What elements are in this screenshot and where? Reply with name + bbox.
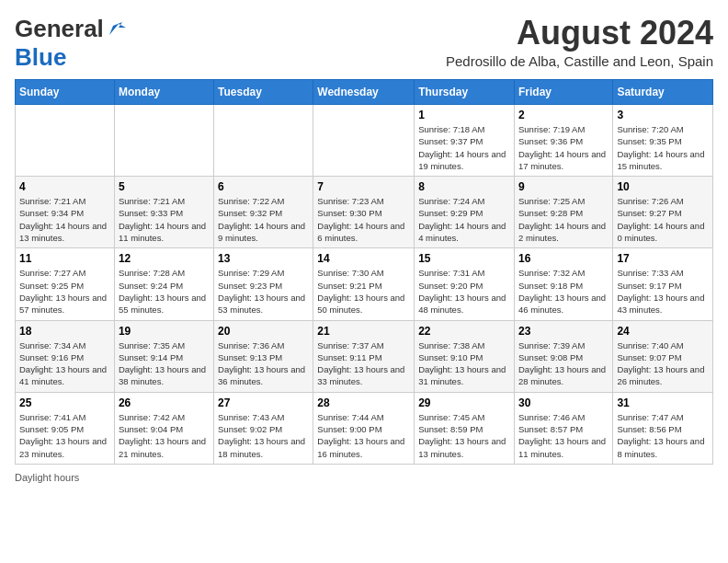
day-number: 16 (518, 252, 609, 265)
day-number: 4 (19, 180, 110, 193)
calendar-cell: 28Sunrise: 7:44 AM Sunset: 9:00 PM Dayli… (313, 392, 415, 464)
day-number: 21 (317, 325, 410, 338)
calendar-week-row: 25Sunrise: 7:41 AM Sunset: 9:05 PM Dayli… (16, 392, 713, 464)
day-info: Sunrise: 7:25 AM Sunset: 9:28 PM Dayligh… (518, 195, 609, 244)
calendar-cell: 27Sunrise: 7:43 AM Sunset: 9:02 PM Dayli… (214, 392, 313, 464)
logo-general-text: General (15, 15, 104, 43)
day-number: 6 (218, 180, 309, 193)
calendar-cell: 15Sunrise: 7:31 AM Sunset: 9:20 PM Dayli… (415, 248, 515, 320)
calendar-cell: 6Sunrise: 7:22 AM Sunset: 9:32 PM Daylig… (214, 177, 313, 248)
day-number: 10 (617, 180, 709, 193)
calendar-week-row: 11Sunrise: 7:27 AM Sunset: 9:25 PM Dayli… (16, 248, 713, 320)
calendar-cell: 11Sunrise: 7:27 AM Sunset: 9:25 PM Dayli… (16, 248, 115, 320)
calendar-cell: 23Sunrise: 7:39 AM Sunset: 9:08 PM Dayli… (514, 320, 612, 392)
calendar-cell: 2Sunrise: 7:19 AM Sunset: 9:36 PM Daylig… (514, 105, 612, 177)
day-number: 12 (119, 252, 210, 265)
day-number: 19 (119, 325, 210, 338)
calendar-cell: 21Sunrise: 7:37 AM Sunset: 9:11 PM Dayli… (313, 320, 415, 392)
day-info: Sunrise: 7:33 AM Sunset: 9:17 PM Dayligh… (617, 267, 709, 316)
day-info: Sunrise: 7:23 AM Sunset: 9:30 PM Dayligh… (317, 195, 410, 244)
day-number: 22 (418, 325, 510, 338)
logo-bird-icon (106, 18, 126, 39)
day-number: 29 (418, 396, 510, 409)
svg-marker-0 (109, 22, 126, 35)
day-number: 17 (617, 252, 709, 265)
day-info: Sunrise: 7:46 AM Sunset: 8:57 PM Dayligh… (518, 411, 609, 460)
day-number: 2 (518, 109, 609, 121)
day-info: Sunrise: 7:26 AM Sunset: 9:27 PM Dayligh… (617, 195, 709, 244)
day-number: 13 (218, 252, 309, 265)
calendar-cell: 16Sunrise: 7:32 AM Sunset: 9:18 PM Dayli… (514, 248, 612, 320)
calendar-week-row: 1Sunrise: 7:18 AM Sunset: 9:37 PM Daylig… (16, 105, 713, 177)
day-number: 30 (518, 396, 609, 409)
day-info: Sunrise: 7:28 AM Sunset: 9:24 PM Dayligh… (119, 267, 210, 316)
weekday-header-sunday: Sunday (16, 80, 115, 105)
day-number: 18 (19, 325, 110, 338)
day-info: Sunrise: 7:27 AM Sunset: 9:25 PM Dayligh… (19, 267, 110, 316)
weekday-header-thursday: Thursday (415, 80, 515, 105)
day-info: Sunrise: 7:31 AM Sunset: 9:20 PM Dayligh… (418, 267, 510, 316)
page-header: General Blue August 2024 Pedrosillo de A… (15, 15, 713, 72)
calendar-cell: 1Sunrise: 7:18 AM Sunset: 9:37 PM Daylig… (415, 105, 515, 177)
calendar-cell: 18Sunrise: 7:34 AM Sunset: 9:16 PM Dayli… (16, 320, 115, 392)
day-info: Sunrise: 7:22 AM Sunset: 9:32 PM Dayligh… (218, 195, 309, 244)
day-info: Sunrise: 7:43 AM Sunset: 9:02 PM Dayligh… (218, 411, 309, 460)
calendar-cell (114, 105, 213, 177)
day-number: 20 (218, 325, 309, 338)
calendar-cell: 30Sunrise: 7:46 AM Sunset: 8:57 PM Dayli… (514, 392, 612, 464)
day-info: Sunrise: 7:30 AM Sunset: 9:21 PM Dayligh… (317, 267, 410, 316)
day-info: Sunrise: 7:32 AM Sunset: 9:18 PM Dayligh… (518, 267, 609, 316)
day-number: 31 (617, 396, 709, 409)
day-info: Sunrise: 7:42 AM Sunset: 9:04 PM Dayligh… (119, 411, 210, 460)
day-number: 11 (19, 252, 110, 265)
calendar-cell: 24Sunrise: 7:40 AM Sunset: 9:07 PM Dayli… (613, 320, 713, 392)
calendar-cell: 13Sunrise: 7:29 AM Sunset: 9:23 PM Dayli… (214, 248, 313, 320)
footer: Daylight hours (15, 472, 713, 483)
day-info: Sunrise: 7:21 AM Sunset: 9:34 PM Dayligh… (19, 195, 110, 244)
weekday-header-saturday: Saturday (613, 80, 713, 105)
day-info: Sunrise: 7:35 AM Sunset: 9:14 PM Dayligh… (119, 339, 210, 388)
day-info: Sunrise: 7:39 AM Sunset: 9:08 PM Dayligh… (518, 339, 609, 388)
calendar-cell: 14Sunrise: 7:30 AM Sunset: 9:21 PM Dayli… (313, 248, 415, 320)
calendar-week-row: 18Sunrise: 7:34 AM Sunset: 9:16 PM Dayli… (16, 320, 713, 392)
day-number: 26 (119, 396, 210, 409)
calendar-cell: 20Sunrise: 7:36 AM Sunset: 9:13 PM Dayli… (214, 320, 313, 392)
weekday-header-monday: Monday (114, 80, 213, 105)
day-number: 25 (19, 396, 110, 409)
day-info: Sunrise: 7:19 AM Sunset: 9:36 PM Dayligh… (518, 123, 609, 172)
daylight-label: Daylight hours (15, 472, 79, 483)
logo-blue-text: Blue (15, 43, 66, 71)
day-info: Sunrise: 7:37 AM Sunset: 9:11 PM Dayligh… (317, 339, 410, 388)
weekday-header-friday: Friday (514, 80, 612, 105)
calendar-cell: 12Sunrise: 7:28 AM Sunset: 9:24 PM Dayli… (114, 248, 213, 320)
day-number: 14 (317, 252, 410, 265)
weekday-header-wednesday: Wednesday (313, 80, 415, 105)
day-number: 28 (317, 396, 410, 409)
day-info: Sunrise: 7:24 AM Sunset: 9:29 PM Dayligh… (418, 195, 510, 244)
calendar-cell: 3Sunrise: 7:20 AM Sunset: 9:35 PM Daylig… (613, 105, 713, 177)
day-info: Sunrise: 7:40 AM Sunset: 9:07 PM Dayligh… (617, 339, 709, 388)
day-number: 3 (617, 109, 709, 121)
day-number: 27 (218, 396, 309, 409)
day-info: Sunrise: 7:47 AM Sunset: 8:56 PM Dayligh… (617, 411, 709, 460)
weekday-header-tuesday: Tuesday (214, 80, 313, 105)
calendar-cell: 22Sunrise: 7:38 AM Sunset: 9:10 PM Dayli… (415, 320, 515, 392)
day-number: 1 (418, 109, 510, 121)
location-text: Pedrosillo de Alba, Castille and Leon, S… (446, 53, 713, 69)
calendar-table: SundayMondayTuesdayWednesdayThursdayFrid… (15, 79, 713, 465)
calendar-cell: 5Sunrise: 7:21 AM Sunset: 9:33 PM Daylig… (114, 177, 213, 248)
day-info: Sunrise: 7:20 AM Sunset: 9:35 PM Dayligh… (617, 123, 709, 172)
calendar-cell: 10Sunrise: 7:26 AM Sunset: 9:27 PM Dayli… (613, 177, 713, 248)
calendar-cell (313, 105, 415, 177)
month-year-title: August 2024 (446, 15, 713, 52)
calendar-cell: 9Sunrise: 7:25 AM Sunset: 9:28 PM Daylig… (514, 177, 612, 248)
logo: General Blue (15, 15, 126, 72)
calendar-cell (214, 105, 313, 177)
day-number: 7 (317, 180, 410, 193)
day-info: Sunrise: 7:44 AM Sunset: 9:00 PM Dayligh… (317, 411, 410, 460)
day-info: Sunrise: 7:21 AM Sunset: 9:33 PM Dayligh… (119, 195, 210, 244)
weekday-header-row: SundayMondayTuesdayWednesdayThursdayFrid… (16, 80, 713, 105)
calendar-cell (16, 105, 115, 177)
day-info: Sunrise: 7:18 AM Sunset: 9:37 PM Dayligh… (418, 123, 510, 172)
calendar-week-row: 4Sunrise: 7:21 AM Sunset: 9:34 PM Daylig… (16, 177, 713, 248)
